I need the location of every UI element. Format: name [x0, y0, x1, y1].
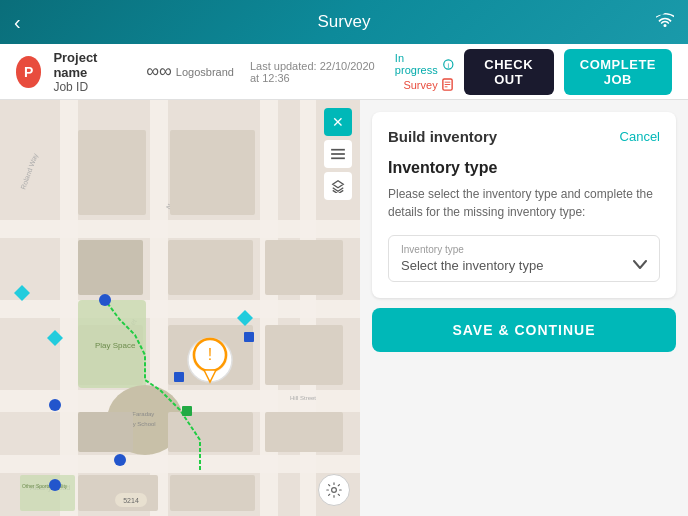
status-area: In progress i Survey: [395, 52, 454, 91]
svg-point-43: [49, 479, 61, 491]
svg-point-60: [332, 488, 337, 493]
inventory-card: Build inventory Cancel Inventory type Pl…: [372, 112, 676, 298]
svg-rect-36: [265, 325, 343, 385]
map-layer-button[interactable]: [324, 172, 352, 200]
svg-text:i: i: [448, 61, 450, 68]
svg-text:!: !: [208, 346, 212, 363]
svg-text:Hill Street: Hill Street: [290, 395, 316, 401]
logo-brand-text: Logosbrand: [176, 66, 234, 78]
svg-text:5214: 5214: [123, 497, 139, 504]
svg-rect-46: [182, 406, 192, 416]
svg-rect-11: [60, 100, 78, 516]
svg-rect-21: [170, 130, 255, 215]
map-area: Needle Road Roland Way Villa Street Hill…: [0, 100, 360, 516]
svg-point-42: [114, 454, 126, 466]
dropdown-field-label: Inventory type: [401, 244, 647, 255]
svg-rect-22: [78, 240, 143, 295]
map-gear-button[interactable]: [318, 474, 350, 506]
last-updated-text: Last updated: 22/10/2020 at 12:36: [250, 60, 383, 84]
build-inventory-title: Build inventory: [388, 128, 497, 145]
svg-rect-30: [168, 412, 253, 452]
svg-rect-32: [78, 412, 133, 452]
complete-job-button[interactable]: COMPLETE JOB: [564, 49, 672, 95]
project-name: Project name: [53, 50, 118, 80]
inventory-type-heading: Inventory type: [388, 159, 660, 177]
project-logo-icon: P: [16, 56, 41, 88]
back-button[interactable]: ‹: [14, 12, 21, 32]
cancel-button[interactable]: Cancel: [620, 129, 660, 144]
in-progress-badge: In progress i: [395, 52, 454, 76]
checkout-button[interactable]: CHECK OUT: [464, 49, 554, 95]
map-menu-button[interactable]: [324, 140, 352, 168]
wifi-icon: [656, 13, 674, 31]
svg-rect-34: [170, 475, 255, 511]
dropdown-selected-value: Select the inventory type: [401, 258, 543, 273]
top-nav-bar: ‹ Survey: [0, 0, 688, 44]
map-controls: ✕: [324, 108, 352, 200]
svg-point-40: [99, 294, 111, 306]
svg-rect-45: [174, 372, 184, 382]
save-continue-button[interactable]: SAVE & CONTINUE: [372, 308, 676, 352]
panel-header: Build inventory Cancel: [388, 128, 660, 145]
job-id: Job ID: [53, 80, 118, 94]
dropdown-value-row: Select the inventory type: [401, 258, 647, 273]
svg-rect-38: [20, 475, 75, 511]
chevron-down-icon: [633, 259, 647, 273]
inventory-description-text: Please select the inventory type and com…: [388, 185, 660, 221]
map-close-button[interactable]: ✕: [324, 108, 352, 136]
svg-point-41: [49, 399, 61, 411]
svg-rect-44: [244, 332, 254, 342]
svg-rect-14: [300, 100, 316, 516]
svg-rect-37: [265, 412, 343, 452]
survey-badge: Survey: [403, 78, 453, 91]
svg-text:Play Space: Play Space: [95, 341, 136, 350]
right-panel: Build inventory Cancel Inventory type Pl…: [360, 100, 688, 516]
svg-rect-20: [78, 130, 146, 215]
svg-rect-31: [168, 240, 253, 295]
svg-rect-13: [260, 100, 278, 516]
header-bar: P Project name Job ID ∞∞ Logosbrand Last…: [0, 44, 688, 100]
project-info: Project name Job ID: [53, 50, 118, 94]
page-title: Survey: [318, 12, 371, 32]
logo-brand-icon: ∞∞: [146, 61, 172, 82]
svg-rect-35: [265, 240, 343, 295]
logo-brand-area: ∞∞ Logosbrand: [146, 61, 234, 82]
inventory-type-dropdown[interactable]: Inventory type Select the inventory type: [388, 235, 660, 282]
svg-text:Other Sports Facility: Other Sports Facility: [22, 483, 68, 489]
main-content: Needle Road Roland Way Villa Street Hill…: [0, 100, 688, 516]
header-right-area: In progress i Survey CHECK OUT COMPLETE …: [395, 49, 672, 95]
